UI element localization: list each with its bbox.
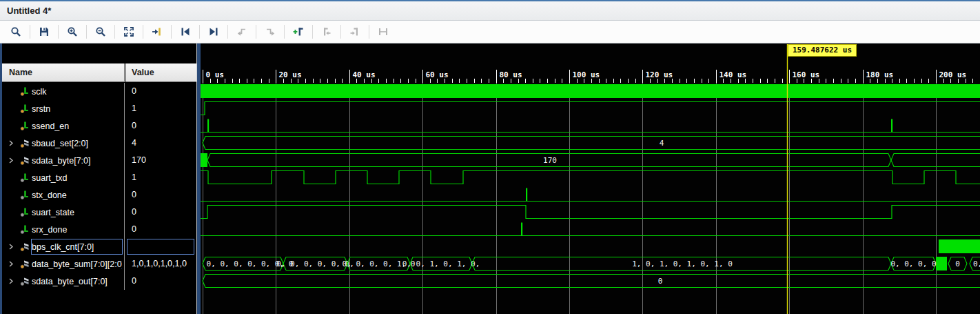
signal-name: srstn — [31, 101, 123, 117]
ruler-tick-label: 160 us — [793, 70, 820, 79]
waveform-canvas[interactable]: 0 us20 us40 us60 us80 us100 us120 us140 … — [201, 43, 980, 314]
signal-name: ssend_en — [31, 118, 123, 134]
ruler-tick-label: 180 us — [866, 70, 894, 79]
ruler-tick-label: 80 us — [500, 70, 522, 79]
signal-value-cell[interactable]: 0 — [125, 117, 196, 135]
expand-chevron-icon[interactable] — [8, 261, 14, 267]
signal-value-cell[interactable] — [125, 238, 196, 255]
signal-name-cell[interactable]: suart_state — [2, 204, 125, 221]
previous-marker-icon — [321, 26, 332, 37]
toolbar-separator — [369, 25, 369, 39]
signal-name-cell[interactable]: ssend_en — [2, 117, 125, 135]
signal-row-ssend-en[interactable]: ssend_en0 — [2, 117, 196, 135]
scalar-signal-icon — [20, 224, 30, 234]
toolbar-separator — [284, 25, 285, 39]
expand-chevron-icon[interactable] — [8, 278, 14, 284]
wave-bus-label: 0 — [658, 277, 663, 286]
wave-pulse-stx_done — [526, 188, 527, 202]
next-transition-button[interactable] — [261, 23, 279, 40]
toolbar-separator — [312, 25, 313, 39]
toolbar-separator — [86, 25, 87, 39]
signal-value-cell[interactable]: 0 — [125, 204, 196, 221]
signal-name-cell[interactable]: bps_clk_cnt[7:0] — [2, 238, 125, 255]
cursor-time-label[interactable]: 159.487622 us — [788, 44, 857, 57]
bus-signal-icon — [20, 242, 30, 251]
zoom-to-cursor-button[interactable] — [148, 23, 166, 40]
signal-value-cell[interactable]: 1,0,1,0,1,0,1,0 — [125, 255, 196, 273]
signal-row-bps-clk-cnt70[interactable]: bps_clk_cnt[7:0] — [2, 238, 196, 255]
go-to-end-button[interactable] — [205, 23, 223, 40]
save-waveform-icon — [39, 26, 50, 37]
find-button[interactable] — [7, 23, 25, 40]
signal-name-cell[interactable]: sbaud_set[2:0] — [2, 135, 125, 152]
signal-row-sdata-byte-out70[interactable]: sdata_byte_out[7:0]0 — [2, 273, 196, 290]
name-column-header[interactable]: Name — [2, 63, 125, 82]
signal-value-cell[interactable]: 1 — [125, 169, 196, 186]
wave-bus-label: 0, — [973, 259, 980, 268]
bus-signal-icon — [20, 138, 30, 148]
signal-name: suart_txd — [31, 170, 123, 186]
signal-name-cell[interactable]: suart_txd — [2, 169, 125, 186]
zoom-fit-button[interactable] — [120, 23, 138, 40]
zoom-in-icon — [67, 26, 78, 37]
wave-pulse-ssend_en — [891, 119, 892, 133]
value-column-header[interactable]: Value — [125, 63, 196, 82]
signal-name-cell[interactable]: sdata_byte[7:0] — [2, 152, 125, 169]
signal-name-cell[interactable]: data_byte_sum[7:0][2:0] — [2, 255, 125, 273]
go-to-start-button[interactable] — [176, 23, 194, 40]
previous-marker-button[interactable] — [318, 23, 336, 40]
column-headers: Name Value — [2, 63, 196, 83]
ruler-tick-label: 60 us — [426, 70, 449, 79]
signal-value: 1,0,1,0,1,0,1,0 — [127, 256, 194, 272]
wave-bus-label: 170 — [543, 156, 557, 165]
expand-chevron-icon[interactable] — [8, 244, 14, 250]
signal-value-cell[interactable]: 0 — [125, 273, 196, 290]
scalar-signal-icon — [20, 86, 30, 96]
zoom-out-icon — [95, 26, 106, 37]
toolbar-separator — [143, 25, 143, 39]
zoom-out-button[interactable] — [92, 23, 110, 40]
signal-value: 0 — [127, 187, 194, 203]
signal-name-cell[interactable]: stx_done — [2, 186, 125, 204]
signal-name-cell[interactable]: srstn — [2, 100, 125, 117]
ruler-tick-label: 20 us — [279, 70, 302, 79]
signal-value-cell[interactable]: 1 — [125, 100, 196, 117]
signal-value-cell[interactable]: 4 — [125, 135, 196, 152]
save-waveform-button[interactable] — [35, 23, 53, 40]
ruler-tick-label: 0 us — [206, 70, 225, 79]
waveform-svg[interactable]: 0 us20 us40 us60 us80 us100 us120 us140 … — [201, 43, 980, 314]
next-marker-button[interactable] — [346, 23, 364, 40]
signal-value: 0 — [127, 118, 194, 134]
swap-cursors-button[interactable] — [374, 23, 392, 40]
signal-row-sdata-byte70[interactable]: sdata_byte[7:0]170 — [2, 152, 196, 169]
signal-value-cell[interactable]: 0 — [125, 186, 196, 204]
next-marker-icon — [349, 26, 360, 37]
signal-row-suart-txd[interactable]: suart_txd1 — [2, 169, 196, 186]
bus-signal-icon — [20, 276, 30, 286]
signal-name-cell[interactable]: srx_done — [2, 221, 125, 238]
bus-signal-icon — [20, 155, 30, 165]
expand-chevron-icon[interactable] — [8, 140, 14, 146]
ruler-tick-label: 40 us — [353, 70, 376, 79]
signal-value-cell[interactable]: 0 — [125, 83, 196, 100]
signal-value-cell[interactable]: 170 — [125, 152, 196, 169]
zoom-in-button[interactable] — [63, 23, 81, 40]
signal-row-suart-state[interactable]: suart_state0 — [2, 204, 196, 221]
signal-row-sbaud-set20[interactable]: sbaud_set[2:0]4 — [2, 135, 196, 152]
signal-row-sclk[interactable]: sclk0 — [2, 83, 196, 100]
wave-bus-label: 0 — [955, 259, 960, 268]
signal-row-srx-done[interactable]: srx_done0 — [2, 221, 196, 238]
signal-row-stx-done[interactable]: stx_done0 — [2, 186, 196, 204]
wave-bus-label: 0, 0, 0, 0 — [890, 259, 936, 268]
wave-bus-label: 1, 0, 1, 0, 1, 0, 1, 0 — [632, 259, 733, 268]
signal-name-cell[interactable]: sdata_byte_out[7:0] — [2, 273, 125, 290]
signal-row-data-byte-sum7020[interactable]: data_byte_sum[7:0][2:0]1,0,1,0,1,0,1,0 — [2, 255, 196, 273]
signal-name-cell[interactable]: sclk — [2, 83, 125, 100]
bus-signal-icon — [20, 259, 30, 268]
signal-row-srstn[interactable]: srstn1 — [2, 100, 196, 117]
signal-value-cell[interactable]: 0 — [125, 221, 196, 238]
previous-transition-button[interactable] — [233, 23, 251, 40]
toolbar — [0, 21, 980, 43]
add-marker-button[interactable] — [289, 23, 307, 40]
expand-chevron-icon[interactable] — [8, 157, 14, 164]
